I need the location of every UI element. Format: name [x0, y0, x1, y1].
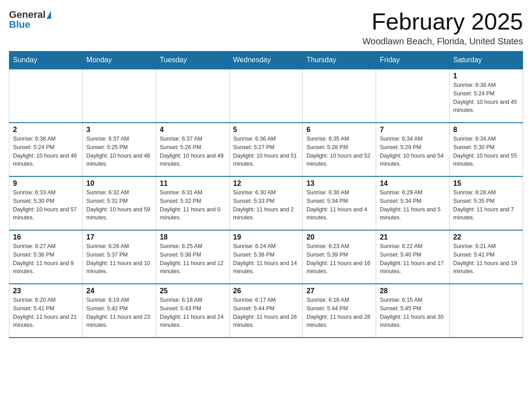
calendar-cell: 28Sunrise: 6:15 AMSunset: 5:45 PMDayligh… [376, 284, 450, 338]
calendar-cell: 1Sunrise: 6:38 AMSunset: 5:24 PMDaylight… [450, 69, 523, 123]
day-info: Sunrise: 6:15 AMSunset: 5:45 PMDaylight:… [380, 296, 446, 330]
calendar-cell [229, 69, 303, 123]
day-info: Sunrise: 6:18 AMSunset: 5:43 PMDaylight:… [160, 296, 226, 330]
day-info: Sunrise: 6:21 AMSunset: 5:41 PMDaylight:… [453, 242, 519, 276]
day-number: 20 [306, 233, 372, 241]
day-info: Sunrise: 6:34 AMSunset: 5:30 PMDaylight:… [453, 135, 519, 168]
calendar-cell [9, 69, 83, 123]
calendar-cell: 23Sunrise: 6:20 AMSunset: 5:41 PMDayligh… [9, 284, 83, 338]
day-info: Sunrise: 6:32 AMSunset: 5:31 PMDaylight:… [86, 188, 152, 222]
calendar-cell: 5Sunrise: 6:36 AMSunset: 5:27 PMDaylight… [229, 123, 303, 176]
day-number: 19 [233, 233, 299, 241]
month-title: February 2025 [362, 9, 523, 34]
day-number: 1 [453, 72, 519, 80]
calendar-header-wednesday: Wednesday [229, 51, 303, 69]
calendar-cell: 10Sunrise: 6:32 AMSunset: 5:31 PMDayligh… [82, 176, 156, 230]
day-number: 3 [86, 126, 152, 134]
day-info: Sunrise: 6:31 AMSunset: 5:32 PMDaylight:… [160, 188, 226, 222]
calendar-cell: 27Sunrise: 6:16 AMSunset: 5:44 PMDayligh… [303, 284, 376, 338]
day-number: 9 [13, 180, 79, 188]
day-info: Sunrise: 6:35 AMSunset: 5:28 PMDaylight:… [306, 135, 372, 168]
day-info: Sunrise: 6:26 AMSunset: 5:37 PMDaylight:… [86, 242, 152, 276]
calendar-cell: 25Sunrise: 6:18 AMSunset: 5:43 PMDayligh… [156, 284, 229, 338]
calendar-cell: 11Sunrise: 6:31 AMSunset: 5:32 PMDayligh… [156, 176, 229, 230]
location-title: Woodlawn Beach, Florida, United States [362, 36, 523, 47]
logo: General Blue [9, 9, 52, 30]
calendar-cell: 22Sunrise: 6:21 AMSunset: 5:41 PMDayligh… [450, 230, 523, 284]
day-info: Sunrise: 6:28 AMSunset: 5:35 PMDaylight:… [453, 188, 519, 222]
day-info: Sunrise: 6:30 AMSunset: 5:33 PMDaylight:… [233, 188, 299, 222]
day-info: Sunrise: 6:30 AMSunset: 5:34 PMDaylight:… [306, 188, 372, 222]
calendar-header-row: SundayMondayTuesdayWednesdayThursdayFrid… [9, 51, 523, 69]
day-info: Sunrise: 6:20 AMSunset: 5:41 PMDaylight:… [13, 296, 79, 330]
calendar-header-sunday: Sunday [9, 51, 83, 69]
week-row-4: 16Sunrise: 6:27 AMSunset: 5:36 PMDayligh… [9, 230, 523, 284]
day-number: 28 [380, 287, 446, 295]
day-info: Sunrise: 6:29 AMSunset: 5:34 PMDaylight:… [380, 188, 446, 222]
calendar-cell: 24Sunrise: 6:19 AMSunset: 5:42 PMDayligh… [82, 284, 156, 338]
day-number: 26 [233, 287, 299, 295]
day-info: Sunrise: 6:36 AMSunset: 5:27 PMDaylight:… [233, 135, 299, 168]
day-info: Sunrise: 6:24 AMSunset: 5:38 PMDaylight:… [233, 242, 299, 276]
calendar-cell [450, 284, 523, 338]
calendar-cell: 14Sunrise: 6:29 AMSunset: 5:34 PMDayligh… [376, 176, 450, 230]
calendar-header-friday: Friday [376, 51, 450, 69]
day-info: Sunrise: 6:23 AMSunset: 5:39 PMDaylight:… [306, 242, 372, 276]
day-number: 17 [86, 233, 152, 241]
calendar-cell [376, 69, 450, 123]
day-number: 8 [453, 126, 519, 134]
calendar-header-saturday: Saturday [450, 51, 523, 69]
calendar-cell: 8Sunrise: 6:34 AMSunset: 5:30 PMDaylight… [450, 123, 523, 176]
day-info: Sunrise: 6:37 AMSunset: 5:26 PMDaylight:… [160, 135, 226, 168]
week-row-1: 1Sunrise: 6:38 AMSunset: 5:24 PMDaylight… [9, 69, 523, 123]
day-info: Sunrise: 6:19 AMSunset: 5:42 PMDaylight:… [86, 296, 152, 330]
week-row-2: 2Sunrise: 6:38 AMSunset: 5:24 PMDaylight… [9, 123, 523, 176]
day-info: Sunrise: 6:34 AMSunset: 5:29 PMDaylight:… [380, 135, 446, 168]
day-number: 25 [160, 287, 226, 295]
day-number: 13 [306, 180, 372, 188]
day-number: 10 [86, 180, 152, 188]
calendar-header-tuesday: Tuesday [156, 51, 229, 69]
day-info: Sunrise: 6:33 AMSunset: 5:30 PMDaylight:… [13, 188, 79, 222]
page-header: General Blue February 2025 Woodlawn Beac… [9, 9, 523, 47]
calendar-cell: 7Sunrise: 6:34 AMSunset: 5:29 PMDaylight… [376, 123, 450, 176]
calendar-cell: 18Sunrise: 6:25 AMSunset: 5:38 PMDayligh… [156, 230, 229, 284]
day-number: 22 [453, 233, 519, 241]
day-number: 6 [306, 126, 372, 134]
calendar-cell: 16Sunrise: 6:27 AMSunset: 5:36 PMDayligh… [9, 230, 83, 284]
calendar-table: SundayMondayTuesdayWednesdayThursdayFrid… [9, 51, 523, 338]
calendar-cell: 2Sunrise: 6:38 AMSunset: 5:24 PMDaylight… [9, 123, 83, 176]
day-number: 4 [160, 126, 226, 134]
calendar-cell: 15Sunrise: 6:28 AMSunset: 5:35 PMDayligh… [450, 176, 523, 230]
day-number: 21 [380, 233, 446, 241]
day-info: Sunrise: 6:27 AMSunset: 5:36 PMDaylight:… [13, 242, 79, 276]
calendar-cell [156, 69, 229, 123]
day-info: Sunrise: 6:38 AMSunset: 5:24 PMDaylight:… [13, 135, 79, 168]
day-number: 18 [160, 233, 226, 241]
week-row-3: 9Sunrise: 6:33 AMSunset: 5:30 PMDaylight… [9, 176, 523, 230]
day-number: 5 [233, 126, 299, 134]
calendar-cell: 12Sunrise: 6:30 AMSunset: 5:33 PMDayligh… [229, 176, 303, 230]
calendar-cell: 17Sunrise: 6:26 AMSunset: 5:37 PMDayligh… [82, 230, 156, 284]
logo-triangle-icon [47, 11, 51, 19]
calendar-cell: 9Sunrise: 6:33 AMSunset: 5:30 PMDaylight… [9, 176, 83, 230]
day-info: Sunrise: 6:37 AMSunset: 5:25 PMDaylight:… [86, 135, 152, 168]
title-block: February 2025 Woodlawn Beach, Florida, U… [362, 9, 523, 47]
calendar-header-monday: Monday [82, 51, 156, 69]
week-row-5: 23Sunrise: 6:20 AMSunset: 5:41 PMDayligh… [9, 284, 523, 338]
day-number: 15 [453, 180, 519, 188]
day-number: 16 [13, 233, 79, 241]
day-info: Sunrise: 6:22 AMSunset: 5:40 PMDaylight:… [380, 242, 446, 276]
day-number: 27 [306, 287, 372, 295]
calendar-cell: 21Sunrise: 6:22 AMSunset: 5:40 PMDayligh… [376, 230, 450, 284]
calendar-header-thursday: Thursday [303, 51, 376, 69]
calendar-cell [303, 69, 376, 123]
calendar-cell: 6Sunrise: 6:35 AMSunset: 5:28 PMDaylight… [303, 123, 376, 176]
day-info: Sunrise: 6:16 AMSunset: 5:44 PMDaylight:… [306, 296, 372, 330]
logo-blue-text: Blue [9, 19, 30, 30]
calendar-cell: 19Sunrise: 6:24 AMSunset: 5:38 PMDayligh… [229, 230, 303, 284]
day-number: 7 [380, 126, 446, 134]
day-number: 12 [233, 180, 299, 188]
day-info: Sunrise: 6:25 AMSunset: 5:38 PMDaylight:… [160, 242, 226, 276]
calendar-cell: 3Sunrise: 6:37 AMSunset: 5:25 PMDaylight… [82, 123, 156, 176]
